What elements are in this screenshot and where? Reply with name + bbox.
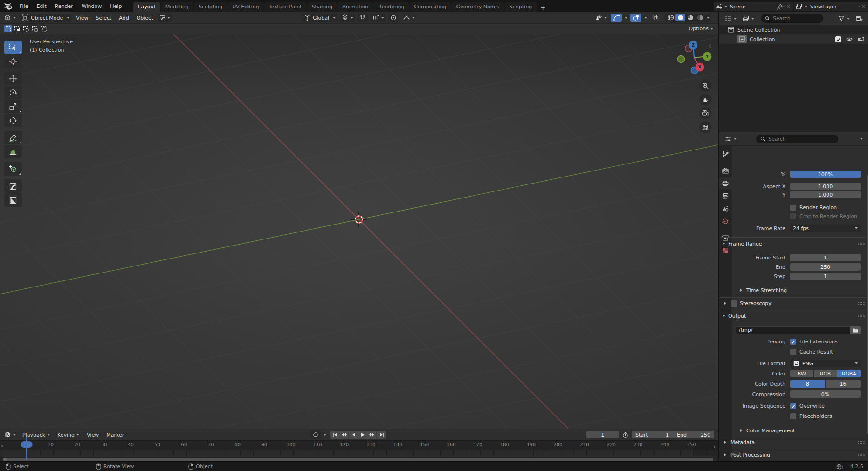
select-extend-button[interactable] [13,25,21,32]
stereoscopy-checkbox[interactable] [731,300,737,307]
properties-tab-render[interactable] [719,165,732,177]
topbar-menu-render[interactable]: Render [51,3,77,9]
depth-option-8[interactable]: 8 [790,380,825,388]
properties-search-input[interactable]: Search [756,135,838,143]
editor-type-button[interactable] [2,14,18,22]
output-panel-header[interactable]: Output [723,312,865,320]
viewport-3d[interactable]: User Perspective (1) Collection ZYX ‹ [0,34,718,429]
chevron-down-icon[interactable] [644,17,647,19]
snap-toggle[interactable] [357,14,368,22]
drag-dots-icon[interactable] [858,441,865,444]
shading-wireframe-button[interactable] [666,14,675,21]
pin-icon[interactable] [776,3,783,10]
placeholders-checkbox[interactable] [790,413,796,419]
editor-type-button[interactable] [2,430,18,439]
aspect-y-field[interactable]: 1.000 [790,191,861,198]
outliner-item-label[interactable]: Collection [750,36,831,42]
object-visibility-dropdown[interactable] [593,14,609,22]
properties-tab-view-layer[interactable] [719,190,732,202]
filter-dropdown[interactable] [836,14,852,23]
move-tool[interactable] [4,72,22,85]
close-icon[interactable]: ✕ [860,4,867,10]
select-box-tool[interactable] [4,41,22,54]
topbar-menu-file[interactable]: File [15,3,32,9]
browse-folder-button[interactable] [850,326,861,334]
scrollbar-knob[interactable] [4,458,7,461]
scrollbar[interactable] [3,458,713,461]
close-icon[interactable]: ✕ [785,4,792,10]
properties-tab-world[interactable] [719,215,732,227]
properties-tab-scene[interactable] [719,203,732,214]
color-option-bw[interactable]: BW [790,370,813,377]
cursor-tool[interactable] [4,55,22,68]
depth-option-16[interactable]: 16 [826,380,861,388]
compression-slider[interactable]: 0% [790,390,861,398]
workspace-tab-geometry-nodes[interactable]: Geometry Nodes [451,2,504,12]
rotate-tool[interactable] [4,86,22,99]
toggle-orthographic-button[interactable] [699,121,711,133]
properties-tab-tool[interactable] [719,148,732,160]
frame-step-field[interactable]: 1 [790,273,861,280]
outliner-item-label[interactable]: Scene Collection [737,27,865,33]
scene-selector[interactable]: Scene ✕ [713,1,794,12]
aspect-x-field[interactable]: 1.000 [790,183,861,190]
select-intersect-button[interactable] [39,25,48,32]
drag-dots-icon[interactable] [858,314,865,317]
frame-start-field[interactable]: 1 [790,254,861,261]
stopwatch-icon[interactable] [622,431,629,438]
select-set-button[interactable] [4,25,12,32]
shading-rendered-button[interactable] [695,14,705,21]
timeline-menu-view[interactable]: View [83,432,103,438]
end-frame-field[interactable]: End 250 [673,431,714,438]
display-mode-dropdown[interactable] [740,14,756,23]
topbar-menu-window[interactable]: Window [77,3,106,9]
workspace-tab-scripting[interactable]: Scripting [504,2,537,12]
shading-material-preview-button[interactable] [685,14,695,21]
timeline-track-area[interactable] [0,450,718,457]
properties-tab-output[interactable] [719,177,732,189]
chevron-down-icon[interactable] [625,17,627,19]
frame-rate-dropdown[interactable]: 24 fps [790,225,861,232]
mode-dropdown[interactable]: Object Mode [20,14,71,22]
color-option-rgb[interactable]: RGB [814,370,837,377]
channel-expand-arrow[interactable]: › [1,442,3,449]
auto-keying-button[interactable] [310,430,321,439]
sidebar-collapse-arrow[interactable]: ‹ [713,443,716,450]
outliner-row-collection[interactable]: Collection [719,34,868,44]
start-frame-field[interactable]: Start 1 [632,431,673,438]
chevron-down-icon[interactable] [324,434,326,436]
corner-fill-tool[interactable] [4,193,22,207]
jump-to-end-button[interactable] [377,431,386,439]
blender-logo-icon[interactable] [4,2,13,11]
frame-end-field[interactable]: 250 [790,263,861,271]
output-path-field[interactable]: /tmp/ [736,326,850,334]
workspace-tab-compositing[interactable]: Compositing [410,2,451,12]
shading-solid-button[interactable] [675,14,685,21]
proportional-edit-toggle[interactable] [388,14,399,22]
show-gizmo-toggle[interactable] [611,14,622,22]
navigation-gizmo[interactable]: ZYX [670,34,716,81]
viewlayer-name[interactable]: ViewLayer [807,4,858,10]
editor-type-button[interactable] [723,135,738,143]
select-invert-button[interactable] [30,25,39,32]
workspace-tab-uv-editing[interactable]: UV Editing [227,2,263,12]
play-reverse-button[interactable] [349,431,358,439]
viewport-menu-select[interactable]: Select [92,15,115,21]
workspace-tab-modeling[interactable]: Modeling [161,2,193,12]
workspace-tab-shading[interactable]: Shading [307,2,338,12]
workspace-tab-animation[interactable]: Animation [338,2,373,12]
timeline-menu-keying[interactable]: Keying [54,432,83,438]
metadata-panel-header[interactable]: Metadata [723,438,865,446]
scene-icon[interactable] [715,3,723,10]
file-extensions-checkbox[interactable] [790,339,796,345]
stereoscopy-panel-header[interactable]: Stereoscopy [723,300,865,307]
add-workspace-button[interactable]: + [537,3,549,12]
active-tool-dropdown[interactable] [158,14,172,22]
post-processing-panel-header[interactable]: Post Processing [723,451,865,458]
measure-tool[interactable] [4,145,22,158]
overwrite-checkbox[interactable] [790,403,796,409]
transform-tool[interactable] [4,114,22,127]
orientation-dropdown[interactable]: Global [302,14,338,22]
color-option-rgba[interactable]: RGBA [837,370,861,377]
cache-result-checkbox[interactable] [790,349,796,355]
